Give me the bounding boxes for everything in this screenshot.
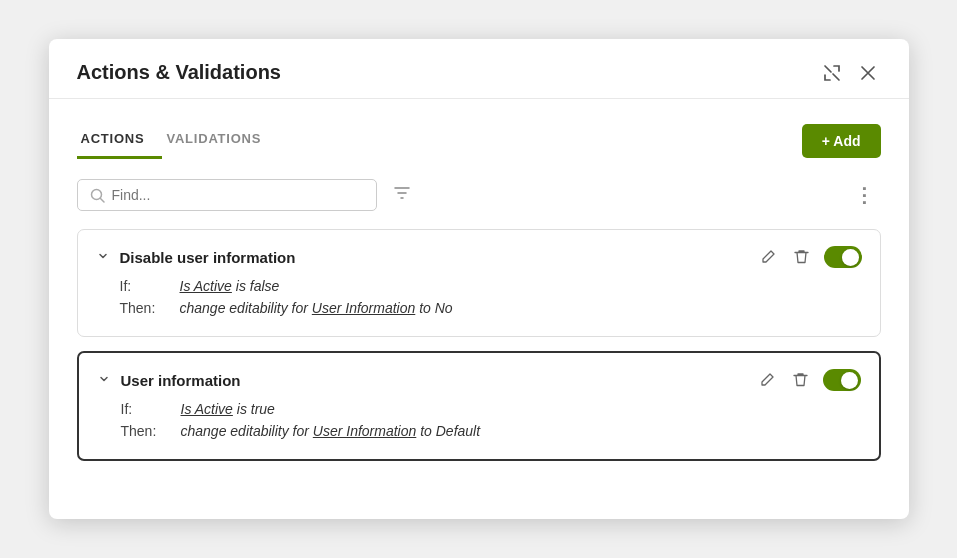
search-input[interactable] (112, 187, 364, 203)
delete-icon-1 (794, 249, 809, 265)
dialog-header: Actions & Validations (49, 39, 909, 99)
action-card-2-header: User information (97, 369, 861, 391)
action-card-2: User information If: (77, 351, 881, 461)
then-label-1: Then: (120, 300, 180, 316)
if-rest-2: is true (233, 401, 275, 417)
edit-icon-1 (760, 249, 776, 265)
if-link-2[interactable]: Is Active (181, 401, 233, 417)
then-text-1: change editability for (180, 300, 312, 316)
toggle-1[interactable] (824, 246, 862, 268)
action-card-2-if-row: If: Is Active is true (97, 401, 861, 417)
edit-button-1[interactable] (757, 247, 779, 267)
tabs: ACTIONS VALIDATIONS (77, 123, 280, 159)
dialog-body: ACTIONS VALIDATIONS + Add ⋮ (49, 99, 909, 503)
close-button[interactable] (855, 62, 881, 84)
chevron-icon-1[interactable] (96, 249, 110, 266)
if-link-1[interactable]: Is Active (180, 278, 232, 294)
chevron-icon-2[interactable] (97, 372, 111, 389)
if-condition-2: Is Active is true (181, 401, 275, 417)
action-card-1-if-row: If: Is Active is false (96, 278, 862, 294)
delete-icon-2 (793, 372, 808, 388)
action-card-1: Disable user information (77, 229, 881, 337)
then-rest-1: to No (415, 300, 452, 316)
then-condition-1: change editability for User Information … (180, 300, 453, 316)
action-card-1-title: Disable user information (120, 249, 757, 266)
toggle-2[interactable] (823, 369, 861, 391)
then-label-2: Then: (121, 423, 181, 439)
action-card-1-actions (757, 246, 862, 268)
tab-actions[interactable]: ACTIONS (77, 123, 163, 159)
close-icon (859, 64, 877, 82)
delete-button-1[interactable] (791, 247, 812, 267)
if-label-2: If: (121, 401, 181, 417)
expand-icon (823, 64, 841, 82)
if-label-1: If: (120, 278, 180, 294)
expand-button[interactable] (819, 62, 845, 84)
action-card-2-title: User information (121, 372, 756, 389)
more-icon[interactable]: ⋮ (848, 181, 881, 209)
delete-button-2[interactable] (790, 370, 811, 390)
dialog-header-icons (819, 62, 881, 84)
edit-icon-2 (759, 372, 775, 388)
action-card-2-then-row: Then: change editability for User Inform… (97, 423, 861, 439)
then-link-2[interactable]: User Information (313, 423, 416, 439)
edit-button-2[interactable] (756, 370, 778, 390)
search-filter-row: ⋮ (77, 179, 881, 211)
action-card-1-header: Disable user information (96, 246, 862, 268)
search-box (77, 179, 377, 211)
filter-svg (393, 184, 411, 202)
actions-validations-dialog: Actions & Validations ACTIONS VALIDATION… (49, 39, 909, 519)
dialog-title: Actions & Validations (77, 61, 281, 84)
action-card-2-actions (756, 369, 861, 391)
tabs-row: ACTIONS VALIDATIONS + Add (77, 123, 881, 159)
tab-validations[interactable]: VALIDATIONS (162, 123, 279, 159)
if-rest-1: is false (232, 278, 279, 294)
if-condition-1: Is Active is false (180, 278, 280, 294)
add-button[interactable]: + Add (802, 124, 881, 158)
then-text-2: change editability for (181, 423, 313, 439)
search-icon (90, 188, 105, 203)
then-rest-2: to Default (416, 423, 480, 439)
filter-icon[interactable] (387, 180, 417, 210)
then-link-1[interactable]: User Information (312, 300, 415, 316)
action-card-1-then-row: Then: change editability for User Inform… (96, 300, 862, 316)
then-condition-2: change editability for User Information … (181, 423, 481, 439)
